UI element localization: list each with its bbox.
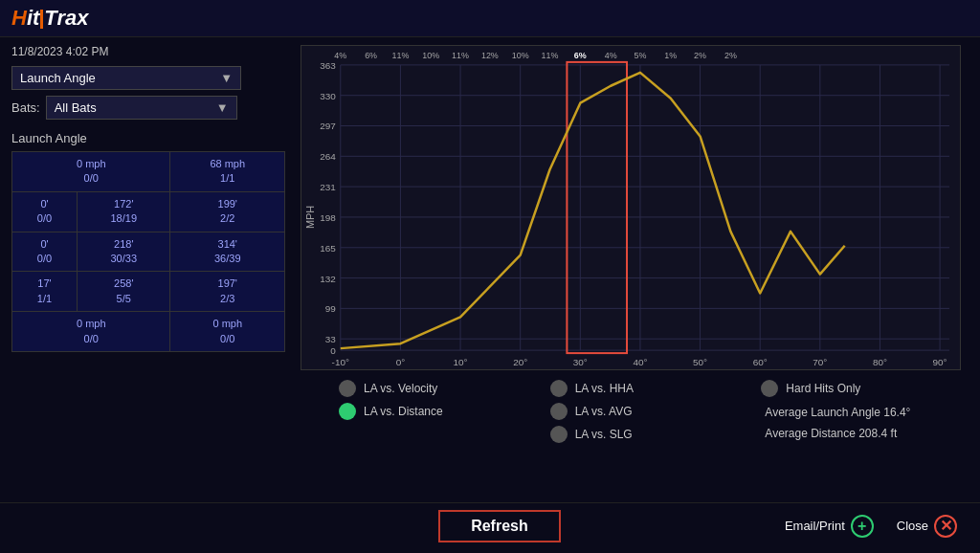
svg-text:50°: 50° [693, 357, 707, 367]
logo-text: HitTrax [11, 6, 88, 31]
main-content: 11/8/2023 4:02 PM Launch Angle ▼ Bats: A… [0, 37, 980, 502]
legend-col-2: LA vs. HHA LA vs. AVG LA vs. SLG [550, 380, 762, 449]
svg-text:40°: 40° [633, 357, 647, 367]
table-cell: 0 mph0/0 [12, 152, 170, 192]
legend-dot-velocity [339, 380, 356, 397]
svg-text:10°: 10° [454, 357, 468, 367]
svg-text:11%: 11% [452, 51, 469, 60]
svg-text:0: 0 [330, 345, 336, 356]
legend-label-velocity: LA vs. Velocity [364, 382, 437, 395]
legend-dot-hha [550, 380, 568, 397]
legend-area: LA vs. Velocity LA vs. Distance LA vs. H… [301, 370, 972, 449]
legend-item-hha[interactable]: LA vs. HHA [550, 380, 762, 397]
table-cell: 218'30/33 [78, 232, 170, 272]
table-row: 0 mph0/0 0 mph0/0 [12, 312, 285, 352]
legend-col-3: Hard Hits Only Average Launch Angle 16.4… [761, 380, 972, 449]
svg-text:99: 99 [325, 303, 337, 314]
svg-text:0°: 0° [396, 357, 406, 367]
svg-text:1%: 1% [664, 51, 677, 60]
legend-item-distance[interactable]: LA vs. Distance [339, 403, 550, 420]
svg-text:2%: 2% [694, 51, 706, 60]
legend-label-avg: LA vs. AVG [575, 405, 633, 418]
avg-launch-angle-label: Average Launch Angle [765, 406, 880, 419]
svg-text:33: 33 [325, 334, 337, 344]
table-cell: 258'5/5 [78, 272, 170, 312]
svg-text:70°: 70° [813, 357, 827, 367]
svg-text:11%: 11% [542, 51, 559, 60]
chevron-down-icon: ▼ [220, 71, 233, 85]
table-cell: 0 mph0/0 [12, 312, 170, 352]
footer-right: Email/Print + Close ✕ [785, 515, 957, 538]
table-cell: 0'0/0 [12, 232, 78, 272]
table-cell: 0'0/0 [12, 191, 78, 232]
svg-text:231: 231 [320, 182, 336, 192]
legend-item-avg[interactable]: LA vs. AVG [550, 403, 762, 420]
email-print-button[interactable]: Email/Print + [785, 515, 874, 538]
svg-text:5%: 5% [634, 51, 646, 60]
chart-svg: 363 330 297 264 231 198 165 132 99 33 0 … [301, 45, 961, 370]
svg-text:198: 198 [320, 212, 336, 223]
chevron-down-icon-bats: ▼ [216, 100, 229, 115]
bats-dropdown[interactable]: All Bats ▼ [46, 96, 237, 120]
bats-dropdown-row: Bats: All Bats ▼ [11, 96, 285, 120]
datetime: 11/8/2023 4:02 PM [11, 45, 285, 58]
left-panel: 11/8/2023 4:02 PM Launch Angle ▼ Bats: A… [0, 37, 297, 502]
launch-angle-dropdown[interactable]: Launch Angle ▼ [11, 66, 241, 90]
launch-angle-dropdown-row: Launch Angle ▼ [11, 66, 285, 90]
avg-distance-label: Average Distance [765, 427, 856, 440]
table-cell: 199'2/2 [170, 191, 285, 232]
close-button[interactable]: Close ✕ [897, 515, 957, 538]
table-cell: 314'36/39 [170, 232, 285, 272]
legend-label-hard-hits: Hard Hits Only [786, 382, 860, 395]
avg-distance-stat: Average Distance 208.4 ft [765, 424, 972, 445]
legend-label-distance: LA vs. Distance [364, 405, 443, 418]
table-cell: 172'18/19 [78, 191, 170, 232]
svg-text:4%: 4% [605, 51, 617, 60]
email-print-label: Email/Print [785, 519, 845, 533]
footer: Refresh Email/Print + Close ✕ [0, 502, 980, 548]
legend-dot-distance [339, 403, 356, 420]
close-label: Close [897, 519, 928, 533]
logo: HitTrax [11, 6, 88, 31]
svg-text:264: 264 [320, 151, 336, 162]
legend-item-hard-hits[interactable]: Hard Hits Only [761, 380, 972, 397]
svg-text:90°: 90° [933, 357, 947, 367]
table-cell: 17'1/1 [12, 272, 78, 312]
svg-rect-59 [567, 62, 627, 353]
svg-text:80°: 80° [873, 357, 887, 367]
svg-text:60°: 60° [753, 357, 768, 367]
legend-dot-slg [550, 426, 568, 443]
table-cell: 68 mph1/1 [170, 152, 285, 192]
legend-col-1: LA vs. Velocity LA vs. Distance [339, 380, 550, 449]
bats-dropdown-label: All Bats [55, 100, 97, 115]
svg-text:4%: 4% [334, 51, 346, 60]
legend-item-velocity[interactable]: LA vs. Velocity [339, 380, 550, 397]
table-cell: 0 mph0/0 [170, 312, 285, 352]
svg-text:132: 132 [320, 274, 336, 284]
svg-text:10%: 10% [422, 51, 439, 60]
table-row: 0 mph0/0 68 mph1/1 [12, 152, 285, 192]
legend-dot-avg [550, 403, 568, 420]
svg-text:20°: 20° [513, 357, 527, 367]
svg-text:6%: 6% [574, 51, 587, 60]
svg-text:12%: 12% [481, 51, 499, 60]
legend-item-slg[interactable]: LA vs. SLG [550, 426, 762, 443]
svg-text:2%: 2% [724, 51, 737, 60]
svg-text:330: 330 [320, 91, 336, 101]
launch-angle-dropdown-label: Launch Angle [20, 71, 96, 85]
table-row: 0'0/0 218'30/33 314'36/39 [12, 232, 285, 272]
svg-text:165: 165 [320, 243, 336, 254]
avg-launch-angle-value: 16.4° [883, 406, 910, 419]
table-row: 0'0/0 172'18/19 199'2/2 [12, 191, 285, 232]
avg-launch-angle-stat: Average Launch Angle 16.4° [765, 403, 972, 424]
bats-label: Bats: [11, 100, 40, 115]
refresh-button[interactable]: Refresh [438, 510, 561, 542]
close-icon: ✕ [934, 515, 957, 538]
legend-label-hha: LA vs. HHA [575, 382, 634, 395]
svg-text:-10°: -10° [332, 357, 349, 367]
table-row: 17'1/1 258'5/5 197'2/3 [12, 272, 285, 312]
legend-label-slg: LA vs. SLG [575, 428, 633, 441]
svg-text:30°: 30° [573, 357, 588, 367]
svg-text:297: 297 [320, 121, 336, 131]
launch-angle-title: Launch Angle [11, 131, 285, 145]
